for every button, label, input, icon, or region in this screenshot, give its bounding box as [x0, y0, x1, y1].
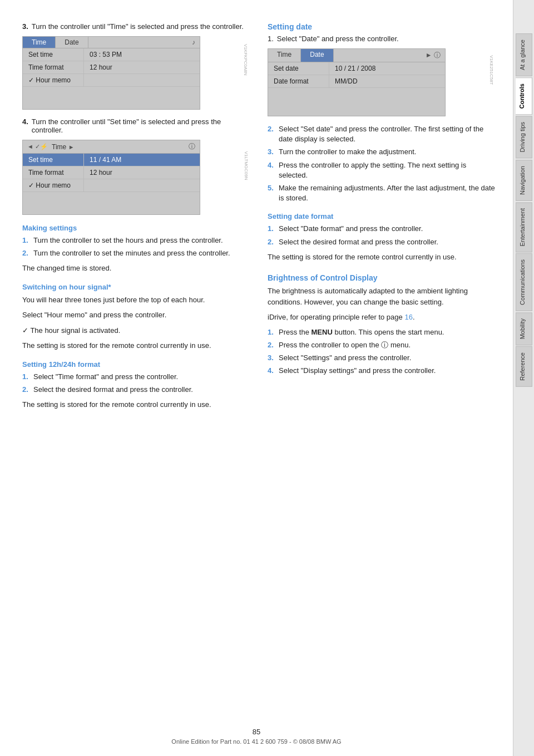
- mockup2-value-timeformat: 12 hour: [84, 166, 200, 179]
- making-settings-list: 1. Turn the controller to set the hours …: [22, 235, 251, 258]
- mockup2-right-icon: ⓘ: [189, 142, 195, 151]
- brightness-step3-num: 3.: [268, 353, 275, 363]
- making-settings-step2: 2. Turn the controller to set the minute…: [22, 248, 251, 258]
- mockup1-icon: ♪: [187, 37, 200, 48]
- mockup1-value-timeformat: 12 hour: [84, 61, 200, 73]
- setting-date-format-note: The setting is stored for the remote con…: [268, 252, 496, 263]
- sidebar-tab-communications[interactable]: Communications: [516, 253, 532, 311]
- mockup-date-tab-time: Time: [268, 49, 301, 62]
- mockup2-label-settime: Set time: [23, 154, 84, 166]
- brightness-para2: iDrive, for operating principle refer to…: [268, 312, 496, 323]
- setting-date-step3: 3. Turn the controller to make the adjus…: [268, 147, 496, 157]
- setting-1224-step2-text: Select the desired format and press the …: [33, 385, 193, 395]
- setting-date-format-step1-text: Select "Date format" and press the contr…: [279, 224, 423, 234]
- sidebar-tab-controls[interactable]: Controls: [516, 77, 532, 115]
- setting-date-step3-num: 3.: [268, 147, 275, 157]
- mockup1-tab-time: Time: [23, 37, 56, 48]
- making-settings-step2-num: 2.: [22, 248, 30, 258]
- mockup-date-side-label: V1KE251C58T: [489, 55, 494, 85]
- mockup1-spacer: [23, 87, 200, 109]
- mockup2-label-hourmemo: ✓ Hour memo: [23, 179, 84, 192]
- mockup1-value-hourmemo: [84, 74, 200, 86]
- setting-date-step1-num: 1.: [268, 35, 274, 43]
- making-settings-step1-num: 1.: [22, 235, 30, 246]
- making-settings-step2-text: Turn the controller to set the minutes a…: [33, 248, 230, 258]
- mockup2-row-settime: Set time 11 / 41 AM: [23, 154, 200, 166]
- setting-date-step3-text: Turn the controller to make the adjustme…: [279, 147, 416, 157]
- mockup1-row-hourmemo: ✓ Hour memo: [23, 74, 200, 87]
- sidebar-tab-entertainment[interactable]: Entertainment: [516, 202, 532, 252]
- brightness-step3-text: Select "Settings" and press the controll…: [279, 353, 411, 363]
- sidebar-tab-at-a-glance[interactable]: At a glance: [516, 33, 532, 76]
- mockup-date-row-setdate: Set date 10 / 21 / 2008: [268, 62, 445, 75]
- step-3-text: Turn the controller until "Time" is sele…: [32, 22, 244, 31]
- setting-date-step5-num: 5.: [268, 183, 275, 203]
- left-column: 3. Turn the controller until "Time" is s…: [22, 22, 251, 734]
- mockup1-row-timeformat: Time format 12 hour: [23, 61, 200, 74]
- step-4-intro: 4. Turn the controller until "Set time" …: [22, 117, 251, 134]
- switching-hour-para2: Select "Hour memo" and press the control…: [22, 310, 251, 321]
- mockup2-wrapper: ◄ ✓⚡ Time ► ⓘ Set time 11 / 41 AM Time f…: [22, 140, 251, 215]
- brightness-step4: 4. Select "Display settings" and press t…: [268, 366, 496, 376]
- step-4-num: 4.: [22, 117, 28, 134]
- sidebar-tab-navigation[interactable]: Navigation: [516, 160, 532, 201]
- mockup2-row-hourmemo: ✓ Hour memo: [23, 179, 200, 192]
- sidebar-tab-driving-tips[interactable]: Driving tips: [516, 116, 532, 158]
- mockup1-tab-date: Date: [56, 37, 88, 48]
- sidebar: At a glance Controls Driving tips Naviga…: [513, 0, 534, 756]
- setting-1224-note: The setting is stored for the remote con…: [22, 399, 251, 410]
- setting-1224-list: 1. Select "Time format" and press the co…: [22, 372, 251, 395]
- setting-date-format-list: 1. Select "Date format" and press the co…: [268, 224, 496, 247]
- mockup-date: Time Date ► ⓘ Set date 10 / 21 / 2008 Da…: [268, 48, 446, 116]
- mockup1-wrapper: Time Date ♪ Set time 03 : 53 PM Time for…: [22, 36, 251, 110]
- mockup-date-value-setdate: 10 / 21 / 2008: [329, 62, 445, 75]
- mockup-date-label-dateformat: Date format: [268, 75, 329, 87]
- footer-copyright: Online Edition for Part no. 01 41 2 600 …: [0, 738, 513, 745]
- setting-date-format-heading: Setting date format: [268, 212, 496, 220]
- right-column: Setting date 1. Select "Date" and press …: [268, 22, 496, 734]
- setting-date-step5: 5. Make the remaining adjustments. After…: [268, 183, 496, 203]
- sidebar-tab-mobility[interactable]: Mobility: [516, 312, 532, 345]
- mockup-date-row-dateformat: Date format MM/DD: [268, 75, 445, 88]
- switching-hour-heading: Switching on hour signal*: [22, 283, 251, 291]
- mockup-date-label-setdate: Set date: [268, 62, 329, 75]
- mockup2-value-settime: 11 / 41 AM: [84, 154, 200, 166]
- brightness-step1: 1. Press the MENU button. This opens the…: [268, 327, 496, 337]
- mockup-date-tab-row: Time Date ► ⓘ: [268, 49, 445, 62]
- brightness-step4-text: Select "Display settings" and press the …: [279, 366, 436, 376]
- setting-date-format-step1: 1. Select "Date format" and press the co…: [268, 224, 496, 234]
- setting-date-heading: Setting date: [268, 22, 496, 31]
- making-settings-step1-text: Turn the controller to set the hours and…: [33, 235, 223, 246]
- making-settings-note: The changed time is stored.: [22, 263, 251, 274]
- mockup2-label-timeformat: Time format: [23, 166, 84, 179]
- page-container: 3. Turn the controller until "Time" is s…: [0, 0, 534, 756]
- setting-date-step2: 2. Select "Set date" and press the contr…: [268, 124, 496, 144]
- page-number: 85: [0, 728, 513, 736]
- brightness-para1: The brightness is automatically adapted …: [268, 286, 496, 307]
- mockup1-side-label: V1KFKPC0A8N: [243, 44, 248, 75]
- setting-date-step5-text: Make the remaining adjustments. After th…: [279, 183, 496, 203]
- main-content: 3. Turn the controller until "Time" is s…: [0, 0, 513, 756]
- brightness-step4-num: 4.: [268, 366, 275, 376]
- mockup1: Time Date ♪ Set time 03 : 53 PM Time for…: [22, 36, 200, 110]
- setting-date-step1-text: Select "Date" and press the controller.: [277, 35, 399, 43]
- setting-1224-step2-num: 2.: [22, 385, 30, 395]
- setting-1224-heading: Setting 12h/24h format: [22, 360, 251, 369]
- mockup1-label-settime: Set time: [23, 48, 84, 61]
- mockup2-side-label: V1LTMGC09N: [244, 151, 249, 180]
- switching-hour-para1: You will hear three tones just before th…: [22, 294, 251, 306]
- setting-1224-step1-text: Select "Time format" and press the contr…: [33, 372, 178, 382]
- setting-date-step4: 4. Press the controller to apply the set…: [268, 160, 496, 180]
- brightness-step2-text: Press the controller to open the ⓘ menu.: [279, 340, 411, 350]
- mockup-date-tab-date: Date: [301, 49, 333, 62]
- setting-date-format-step2-text: Select the desired format and press the …: [279, 237, 438, 247]
- mockup2-header-row: ◄ ✓⚡ Time ► ⓘ: [23, 140, 200, 154]
- mockup-date-value-dateformat: MM/DD: [329, 75, 445, 87]
- brightness-page-link[interactable]: 16: [404, 313, 412, 321]
- sidebar-tab-reference[interactable]: Reference: [516, 346, 532, 387]
- setting-date-step2-num: 2.: [268, 124, 275, 144]
- step-3-num: 3.: [22, 22, 28, 31]
- switching-hour-para3: ✓ The hour signal is activated.: [22, 325, 251, 336]
- mockup-date-spacer: [268, 88, 445, 116]
- setting-date-format-step2-num: 2.: [268, 237, 275, 247]
